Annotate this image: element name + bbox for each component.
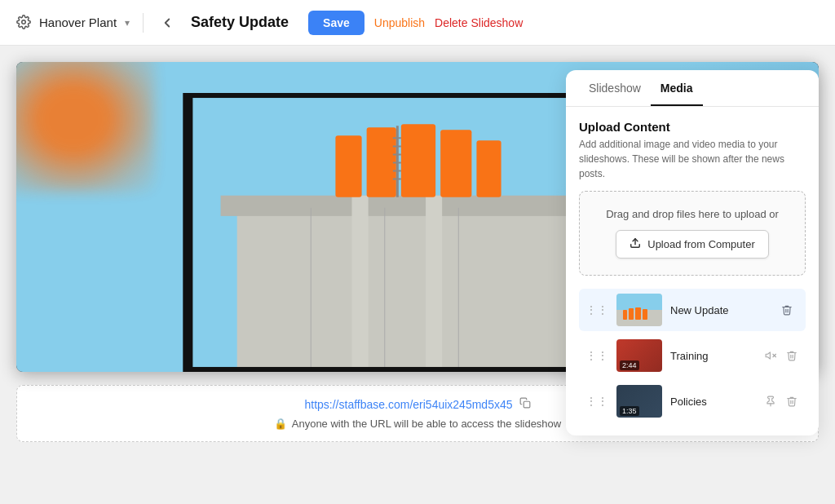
url-row: https://staffbase.com/eri54uix245md5x45	[304, 397, 530, 411]
copy-icon[interactable]	[519, 397, 531, 411]
delete-media-button[interactable]	[775, 300, 799, 320]
drag-handle-icon[interactable]: ⋮⋮	[585, 349, 608, 362]
right-panel: Slideshow Media Upload Content Add addit…	[566, 70, 819, 435]
svg-rect-21	[524, 401, 530, 408]
org-name: Hanover Plant	[39, 15, 117, 29]
svg-rect-9	[367, 127, 396, 197]
svg-rect-11	[440, 130, 471, 197]
media-item-name: Policies	[670, 396, 755, 408]
delete-slideshow-button[interactable]: Delete Slideshow	[435, 16, 523, 29]
upload-btn-label: Upload from Computer	[647, 238, 755, 250]
svg-rect-8	[335, 135, 361, 197]
media-item[interactable]: ⋮⋮ New Update	[579, 289, 806, 331]
thumb-video2-image: 1:35	[616, 385, 662, 418]
svg-rect-10	[401, 124, 435, 197]
slideshow-url[interactable]: https://staffbase.com/eri54uix245md5x45	[304, 398, 512, 411]
sound-button[interactable]	[763, 348, 778, 363]
thumb-timer: 1:35	[620, 406, 639, 416]
drop-zone-text: Drag and drop files here to upload or	[606, 208, 779, 220]
delete-media-button[interactable]	[784, 394, 799, 409]
upload-icon	[630, 237, 641, 251]
delete-media-button[interactable]	[784, 348, 799, 363]
unpublish-button[interactable]: Unpublish	[374, 16, 425, 29]
drag-handle-icon[interactable]: ⋮⋮	[585, 395, 608, 408]
panel-tabs: Slideshow Media	[566, 70, 819, 107]
drag-handle-icon[interactable]: ⋮⋮	[585, 303, 608, 316]
pin-button[interactable]	[763, 394, 778, 409]
lock-icon: 🔒	[274, 418, 287, 430]
svg-rect-12	[476, 140, 501, 197]
media-item-actions	[763, 394, 799, 409]
media-item[interactable]: ⋮⋮ 1:35 Policies	[579, 380, 806, 422]
svg-rect-6	[352, 196, 369, 372]
thumb-tanks	[623, 307, 647, 320]
gear-icon	[16, 15, 33, 31]
upload-section: Upload Content Add additional image and …	[579, 120, 806, 276]
page-title: Safety Update	[191, 14, 289, 31]
thumb-tank-1	[623, 310, 627, 320]
upload-from-computer-button[interactable]: Upload from Computer	[616, 230, 769, 259]
save-button[interactable]: Save	[308, 11, 364, 35]
upload-section-desc: Add additional image and video media to …	[579, 137, 806, 181]
url-notice: 🔒 Anyone with the URL will be able to ac…	[274, 418, 561, 430]
svg-rect-13	[396, 126, 399, 197]
media-item-name: New Update	[670, 304, 767, 316]
thumb-tank-4	[643, 309, 647, 320]
chevron-down-icon: ▾	[125, 17, 130, 29]
media-thumb-training: 2:44	[616, 339, 662, 372]
drop-zone[interactable]: Drag and drop files here to upload or Up…	[579, 191, 806, 276]
panel-body: Upload Content Add additional image and …	[566, 107, 819, 435]
main-content: https://staffbase.com/eri54uix245md5x45 …	[0, 46, 835, 504]
media-item-actions	[763, 348, 799, 363]
thumb-tank-3	[635, 307, 641, 320]
svg-point-0	[22, 20, 26, 24]
thumb-building-image	[616, 294, 662, 326]
thumb-tank-2	[629, 308, 634, 320]
svg-rect-7	[426, 196, 442, 372]
back-button[interactable]	[157, 12, 178, 33]
svg-marker-23	[766, 352, 770, 359]
media-thumb-new-update	[616, 294, 662, 326]
media-thumb-policies: 1:35	[616, 385, 662, 418]
url-notice-text: Anyone with the URL will be able to acce…	[292, 418, 561, 430]
upload-section-title: Upload Content	[579, 120, 806, 134]
header: Hanover Plant ▾ Safety Update Save Unpub…	[0, 0, 835, 46]
media-item-name: Training	[670, 350, 755, 362]
media-list: ⋮⋮ New Update	[579, 289, 806, 422]
org-selector[interactable]: Hanover Plant ▾	[16, 15, 130, 31]
tab-slideshow[interactable]: Slideshow	[579, 70, 651, 106]
header-actions: Save Unpublish Delete Slideshow	[308, 11, 523, 35]
tab-media[interactable]: Media	[651, 70, 703, 106]
thumb-video-image: 2:44	[616, 339, 662, 372]
thumb-timer: 2:44	[620, 360, 639, 370]
header-divider	[143, 13, 144, 33]
media-item-actions	[775, 300, 799, 320]
media-item[interactable]: ⋮⋮ 2:44 Training	[579, 334, 806, 377]
